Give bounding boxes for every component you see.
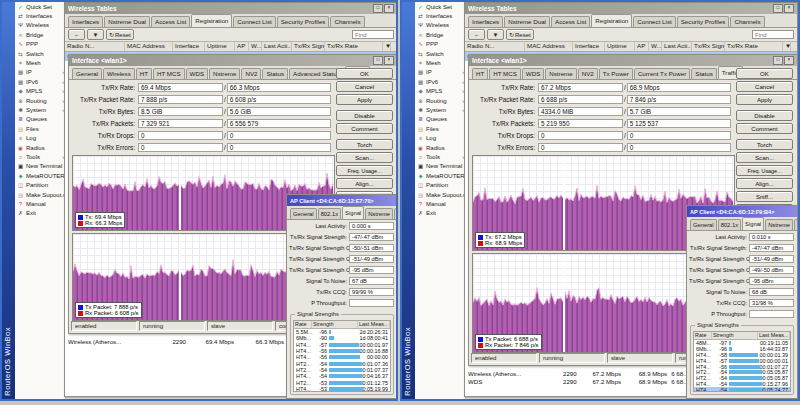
tab-wireless[interactable]: Wireless [103,68,135,79]
sidebar-item-new-terminal[interactable]: ▣New Terminal [415,162,465,171]
comment-button[interactable]: Comment [336,123,393,134]
close-button[interactable]: × [384,4,394,13]
window-titlebar[interactable]: Interface <wlan1>□× [469,55,797,66]
sidebar-item-log[interactable]: ≡Log [15,133,65,142]
field-input-tx[interactable]: 4334.0 MiB [538,107,623,116]
field-input-tx[interactable]: 0 [538,131,623,140]
find-input[interactable] [752,30,794,39]
sidebar-item-radius[interactable]: ◉Radius [15,143,65,152]
field-input-rx[interactable]: 0 [627,131,731,140]
comment-button[interactable]: Comment [736,123,793,134]
tab-tx-power[interactable]: Tx Power [599,68,633,79]
column-header-radio-n[interactable]: Radio N... [465,42,525,51]
maximize-button[interactable]: □ [773,4,783,13]
tab-security-profiles[interactable]: Security Profiles [677,16,730,27]
align-button[interactable]: Align... [336,178,393,189]
sidebar-item-log[interactable]: ≡Log [415,133,465,142]
column-header-w[interactable]: W... [649,42,662,51]
signal-strength-row[interactable]: HT4...-5400:05:24.77 [694,387,790,392]
sidebar-item-ipv6[interactable]: ▦IPv6› [415,77,465,86]
sidebar-item-bridge[interactable]: ≍Bridge [15,30,65,39]
tab-nstreme-dual[interactable]: Nstreme Dual [504,16,550,27]
column-header-tx-rx-rate[interactable]: Tx/Rx Rate [325,42,383,51]
remove-button[interactable]: − [468,29,485,40]
window-titlebar[interactable]: AP Client <D4:CA:6D:12:E7:70> [287,195,397,206]
signal-column-strength[interactable]: Strength [712,332,758,339]
maximize-button[interactable]: □ [373,56,383,65]
tab-nv2[interactable]: NV2 [578,68,598,79]
find-input[interactable] [352,30,394,39]
field-input-rx[interactable]: 0 [227,143,331,152]
remove-button[interactable]: − [68,29,85,40]
tab-signal[interactable]: Signal [342,206,364,219]
cancel-button[interactable]: Cancel [336,81,393,92]
tab-ht-mcs[interactable]: HT MCS [153,68,185,79]
signal-column-last-meas[interactable]: Last Meas... [358,321,390,328]
column-header-uptime[interactable]: Uptime [605,42,635,51]
tab-nv2[interactable]: NV2 [794,219,797,230]
field-input-rx[interactable]: 6 608 p/s [227,95,331,104]
field-input-tx[interactable]: 8.5 GiB [138,107,223,116]
column-header-ap[interactable]: AP [235,42,249,51]
sidebar-item-quick-set[interactable]: ✓Quick Set [15,2,65,11]
window-titlebar[interactable]: AP Client <D4:CA:6D:12:F9:B4> [687,206,797,217]
tab-wds[interactable]: WDS [186,68,208,79]
column-header-mac-address[interactable]: MAC Address [525,42,573,51]
field-input-rx[interactable]: 6 556 579 [227,119,331,128]
field-input-rx[interactable]: 5.7 GiB [627,107,731,116]
field-input-rx[interactable]: 0 [227,131,331,140]
sidebar-item-interfaces[interactable]: ⇄Interfaces [415,11,465,20]
tab-802-1x[interactable]: 802.1x [318,208,341,219]
maximize-button[interactable]: □ [373,4,383,13]
apply-button[interactable]: Apply [736,94,793,105]
sidebar-item-ppp[interactable]: ∿PPP [415,40,465,49]
field-input-rx[interactable]: 0 [627,143,731,152]
sidebar-item-system[interactable]: ✱System› [15,105,65,114]
field-input-rx[interactable]: 66.3 Mbps [227,83,331,92]
ap-field-input[interactable]: -95 dBm [349,266,394,274]
field-input-rx[interactable]: 7 846 p/s [627,95,731,104]
tab-general[interactable]: General [72,68,102,79]
sidebar-item-switch[interactable]: ⇆Switch [15,49,65,58]
column-header-tx-rx-sign[interactable]: Tx/Rx Sign... [292,42,325,51]
tab-connect-list[interactable]: Connect List [233,16,275,27]
interface-list-row[interactable]: Wireless (Atheros...229069.4 Mbps66.3 Mb… [66,337,286,345]
sidebar-item-manual[interactable]: ?Manual [415,199,465,208]
sidebar-item-radius[interactable]: ◉Radius [415,143,465,152]
tab-nstreme[interactable]: Nstreme [365,208,393,219]
signal-column-rate[interactable]: Rate [694,332,712,339]
ok-button[interactable]: OK [736,68,793,79]
tab-802-1x[interactable]: 802.1x [718,219,741,230]
column-header-interface[interactable]: Interface [173,42,205,51]
sidebar-item-metarouter[interactable]: ◈MetaROUTER [15,171,65,180]
tab-nstreme-dual[interactable]: Nstreme Dual [104,16,150,27]
cancel-button[interactable]: Cancel [736,81,793,92]
tab-ht-mcs[interactable]: HT MCS [489,68,521,79]
interface-list-row[interactable]: WDS229067.2 Mbps68.9 Mbps6 68... [466,377,686,385]
sidebar-item-tools[interactable]: ⌗Tools› [15,152,65,161]
sidebar-item-mesh[interactable]: ✶Mesh [415,58,465,67]
field-input-rx[interactable]: 5.6 GiB [227,107,331,116]
tab-nv2[interactable]: NV2 [241,68,261,79]
apply-button[interactable]: Apply [336,94,393,105]
tab-general[interactable]: General [290,208,317,219]
tab-nstreme[interactable]: Nstreme [209,68,240,79]
column-header-tx-rx-sign[interactable]: Tx/Rx Sign... [692,42,725,51]
tab-status[interactable]: Status [262,68,288,79]
sidebar-item-ip[interactable]: ▦IP› [415,68,465,77]
sidebar-item-files[interactable]: ▤Files [15,124,65,133]
tab-security-profiles[interactable]: Security Profiles [277,16,330,27]
sidebar-item-bridge[interactable]: ≍Bridge [415,30,465,39]
tab-status[interactable]: Status [691,68,717,79]
sidebar-item-wireless[interactable]: ΨWireless [415,21,465,30]
window-titlebar[interactable]: Interface <wlan1>□× [69,55,397,66]
sidebar-item-tools[interactable]: ⌗Tools› [415,152,465,161]
sidebar-item-ppp[interactable]: ∿PPP [15,40,65,49]
sidebar-item-files[interactable]: ▤Files [415,124,465,133]
maximize-button[interactable]: □ [773,56,783,65]
sidebar-item-ip[interactable]: ▦IP› [15,68,65,77]
sidebar-item-mpls[interactable]: ◆MPLS› [15,87,65,96]
ap-field-input[interactable] [349,299,394,307]
tab-registration[interactable]: Registration [191,14,232,27]
ap-field-input[interactable]: -95 dBm [749,277,794,285]
